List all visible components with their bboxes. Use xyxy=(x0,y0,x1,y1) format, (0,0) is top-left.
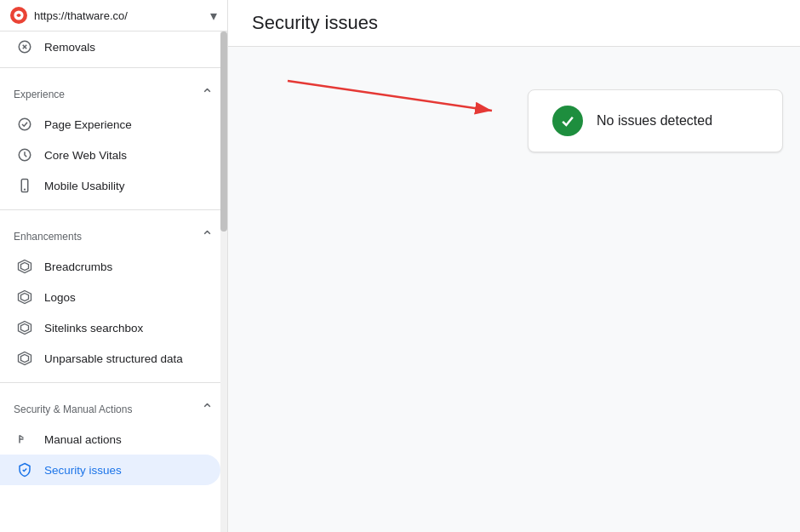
scrollbar-track[interactable] xyxy=(220,31,227,532)
core-web-vitals-label: Core Web Vitals xyxy=(44,149,127,162)
breadcrumbs-icon xyxy=(17,259,32,274)
security-issues-label: Security issues xyxy=(44,464,122,477)
unparsable-structured-data-label: Unparsable structured data xyxy=(44,352,183,365)
url-bar[interactable]: https://thatware.co/ ▾ xyxy=(0,0,227,31)
section-security-label: Security & Manual Actions xyxy=(14,403,132,415)
removals-icon xyxy=(17,39,32,54)
main-content: Security issues No issues detected xyxy=(228,0,800,532)
sidebar-item-logos[interactable]: Logos xyxy=(0,282,220,312)
section-experience: Experience ⌃ Page Experience xyxy=(0,73,227,204)
main-body: No issues detected xyxy=(228,47,800,532)
sitelinks-searchbox-icon xyxy=(17,320,32,335)
sidebar-item-sitelinks-searchbox[interactable]: Sitelinks searchbox xyxy=(0,312,220,343)
section-experience-label: Experience xyxy=(14,89,65,100)
svg-marker-15 xyxy=(21,355,29,363)
breadcrumbs-label: Breadcrumbs xyxy=(44,260,112,273)
sidebar-scroll: Removals Experience ⌃ Page Experien xyxy=(0,31,227,532)
annotation-arrow-main xyxy=(279,64,534,132)
page-title: Security issues xyxy=(252,12,776,34)
sidebar-item-core-web-vitals[interactable]: Core Web Vitals xyxy=(0,140,220,170)
sidebar-item-breadcrumbs[interactable]: Breadcrumbs xyxy=(0,251,220,282)
page-experience-icon xyxy=(17,117,32,132)
chevron-security-icon: ⌃ xyxy=(201,400,214,419)
removals-label: Removals xyxy=(44,41,95,54)
section-header-experience[interactable]: Experience ⌃ xyxy=(0,77,227,109)
section-enhancements: Enhancements ⌃ Breadcrumbs xyxy=(0,215,227,377)
url-text: https://thatware.co/ xyxy=(34,9,203,22)
page-experience-label: Page Experience xyxy=(44,118,132,131)
section-security-manual-actions: Security & Manual Actions ⌃ Manual actio… xyxy=(0,388,227,489)
svg-marker-13 xyxy=(21,324,29,332)
section-enhancements-label: Enhancements xyxy=(14,231,82,243)
check-circle-icon xyxy=(552,106,583,136)
section-header-security[interactable]: Security & Manual Actions ⌃ xyxy=(0,392,227,424)
security-issues-icon xyxy=(17,462,32,478)
scrollbar-thumb[interactable] xyxy=(220,31,227,232)
manual-actions-label: Manual actions xyxy=(44,433,122,446)
svg-marker-9 xyxy=(21,263,29,271)
sidebar-item-unparsable-structured-data[interactable]: Unparsable structured data xyxy=(0,343,220,374)
divider-enhancements xyxy=(0,209,227,210)
chevron-down-icon: ▾ xyxy=(210,8,217,24)
divider-security xyxy=(0,382,227,383)
divider-experience xyxy=(0,67,227,68)
core-web-vitals-icon xyxy=(17,147,32,163)
unparsable-structured-data-icon xyxy=(17,351,32,366)
sitelinks-searchbox-label: Sitelinks searchbox xyxy=(44,322,143,335)
sidebar-item-security-issues[interactable]: Security issues xyxy=(0,455,220,485)
section-header-enhancements[interactable]: Enhancements ⌃ xyxy=(0,219,227,251)
logos-label: Logos xyxy=(44,291,76,304)
svg-point-4 xyxy=(19,118,31,130)
chevron-experience-icon: ⌃ xyxy=(201,85,214,104)
mobile-usability-icon xyxy=(17,178,32,193)
main-header: Security issues xyxy=(228,0,800,47)
no-issues-card: No issues detected xyxy=(528,89,783,152)
sidebar-item-mobile-usability[interactable]: Mobile Usability xyxy=(0,170,220,201)
favicon-icon xyxy=(10,7,27,24)
logos-icon xyxy=(17,289,32,305)
no-issues-text: No issues detected xyxy=(597,113,712,129)
sidebar-item-manual-actions[interactable]: Manual actions xyxy=(0,424,220,455)
svg-marker-11 xyxy=(21,294,29,301)
manual-actions-icon xyxy=(17,432,32,447)
mobile-usability-label: Mobile Usability xyxy=(44,180,125,192)
sidebar-item-page-experience[interactable]: Page Experience xyxy=(0,109,220,140)
sidebar-item-removals[interactable]: Removals xyxy=(0,31,220,62)
sidebar: https://thatware.co/ ▾ Removals Ex xyxy=(0,0,228,532)
chevron-enhancements-icon: ⌃ xyxy=(201,227,214,246)
